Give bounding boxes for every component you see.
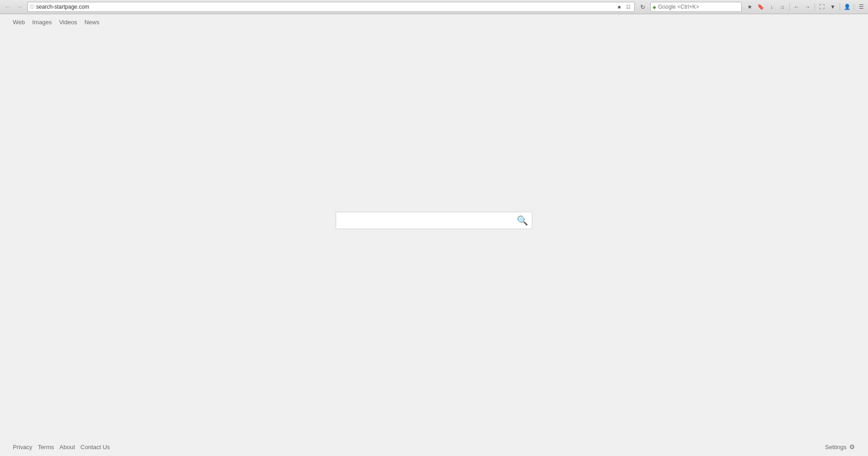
footer-contact-link[interactable]: Contact Us <box>80 444 110 451</box>
separator4 <box>854 3 854 11</box>
browser-right-icons: ★ 🔖 ↓ ⌂ ← → ⛶ ▼ 👤 ☰ <box>745 2 866 12</box>
settings-label: Settings <box>825 444 847 451</box>
tab-arrow-button[interactable]: ▼ <box>828 2 838 12</box>
footer: Privacy Terms About Contact Us Settings … <box>0 438 868 456</box>
bookmark-list-button[interactable]: 🔖 <box>755 2 766 12</box>
forward-button[interactable]: → <box>14 1 25 12</box>
browser-chrome: ← → ⓘ ■ ☷ ↻ ◆ ★ 🔖 ↓ ⌂ ← → <box>0 0 868 14</box>
forward-history-button[interactable]: → <box>803 2 813 12</box>
menu-button[interactable]: ☰ <box>856 2 866 12</box>
footer-privacy-link[interactable]: Privacy <box>13 444 32 451</box>
nav-news[interactable]: News <box>85 19 100 26</box>
nav-web[interactable]: Web <box>13 19 25 26</box>
main-search-input[interactable] <box>336 212 513 229</box>
nav-images[interactable]: Images <box>32 19 52 26</box>
footer-terms-link[interactable]: Terms <box>38 444 54 451</box>
search-box-wrapper: 🔍 <box>336 212 532 229</box>
bookmark-star-button[interactable]: ★ <box>745 2 755 12</box>
nav-videos[interactable]: Videos <box>59 19 77 26</box>
page-content: Web Images Videos News 🔍 Privacy Terms A… <box>0 14 868 456</box>
home-button[interactable]: ⌂ <box>777 2 788 12</box>
url-input[interactable] <box>36 4 613 10</box>
reload-button[interactable]: ↻ <box>638 2 648 12</box>
main-search-button[interactable]: 🔍 <box>513 212 532 229</box>
download-button[interactable]: ↓ <box>766 2 777 12</box>
grid-icon[interactable]: ☷ <box>624 3 632 11</box>
address-bar-icons: ■ ☷ <box>615 3 632 11</box>
gear-icon: ⚙ <box>849 443 855 451</box>
browser-search-bar: ◆ <box>650 2 742 12</box>
footer-links: Privacy Terms About Contact Us <box>13 444 110 451</box>
shield-icon[interactable]: ■ <box>615 3 623 11</box>
footer-about-link[interactable]: About <box>59 444 75 451</box>
back-button[interactable]: ← <box>2 1 13 12</box>
settings-button[interactable]: Settings ⚙ <box>825 443 855 451</box>
browser-search-input[interactable] <box>658 4 739 10</box>
info-icon: ⓘ <box>30 4 34 10</box>
user-button[interactable]: 👤 <box>842 2 852 12</box>
browser-search-icon: ◆ <box>653 5 656 10</box>
top-nav: Web Images Videos News <box>0 14 868 30</box>
search-icon: 🔍 <box>517 215 528 226</box>
browser-toolbar: ← → ⓘ ■ ☷ ↻ ◆ ★ 🔖 ↓ ⌂ ← → <box>0 0 868 14</box>
back-history-button[interactable]: ← <box>792 2 802 12</box>
address-bar: ⓘ ■ ☷ <box>27 2 635 12</box>
separator <box>789 3 790 11</box>
separator3 <box>840 3 840 11</box>
main-content: 🔍 <box>0 30 868 438</box>
tab-button[interactable]: ⛶ <box>817 2 827 12</box>
separator2 <box>814 3 815 11</box>
